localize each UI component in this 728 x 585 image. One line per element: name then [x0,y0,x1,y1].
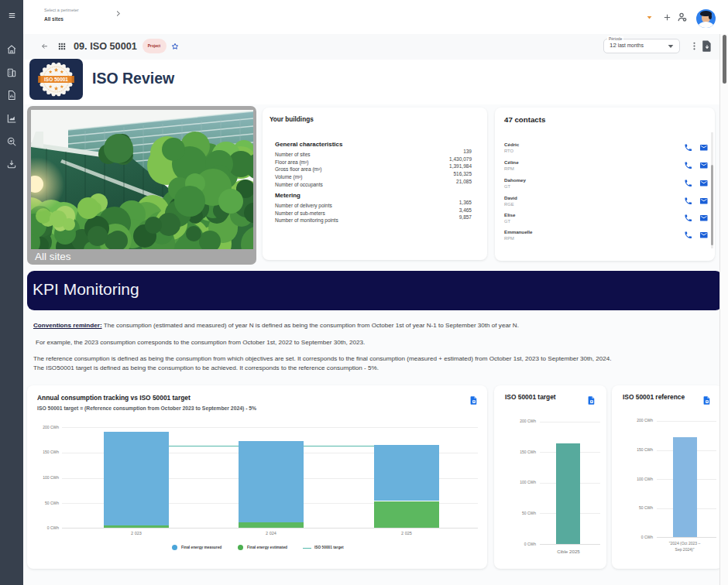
svg-text:ISO 50001: ISO 50001 [44,77,68,82]
